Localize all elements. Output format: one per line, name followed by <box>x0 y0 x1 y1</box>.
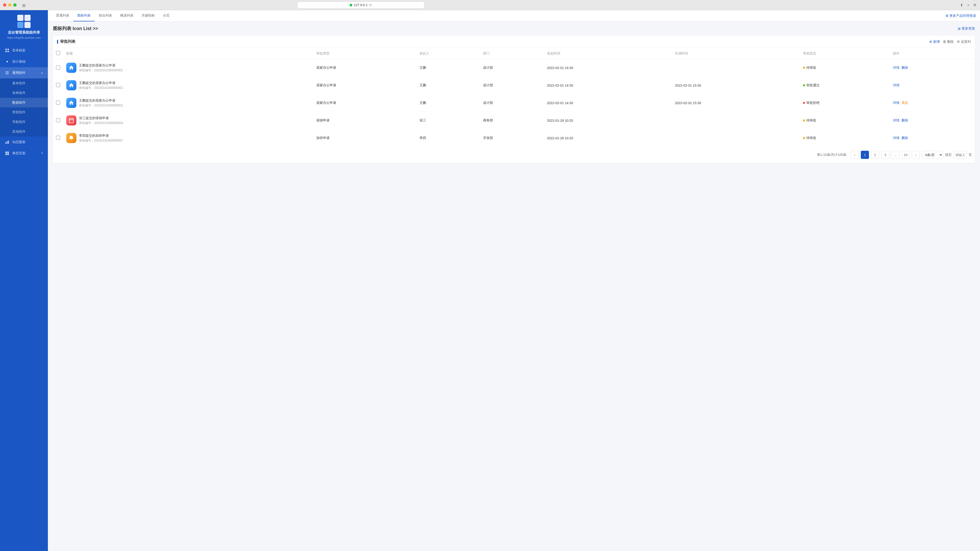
design-icon <box>5 59 10 64</box>
delete-button[interactable]: 🗑 删除 <box>943 40 954 44</box>
minimize-button[interactable] <box>8 3 11 6</box>
page-10-button[interactable]: 10 <box>902 151 910 159</box>
sidebar-item-form[interactable]: 表单组件 <box>0 88 48 98</box>
row-subtitle: 审批编号：20220101000000001 <box>79 68 123 73</box>
tab-page[interactable]: 分页 <box>159 10 174 21</box>
action-重提-link[interactable]: 重提 <box>902 100 908 105</box>
row-title-main: 王鹏提交的居家办公申请 <box>79 81 123 85</box>
page-size-select[interactable]: 6条/页 10条/页 20条/页 <box>922 151 943 159</box>
row-title-text: 张三提交的请假申请 审批编号：20220101000000004 <box>79 116 123 125</box>
row-start-time: 2022-02-01 14:30 <box>544 94 672 112</box>
tab-scroll[interactable]: 横滚列表 <box>116 10 137 21</box>
row-status: 待审批 <box>800 129 890 147</box>
tab-icon[interactable]: 图标列表 <box>73 10 95 21</box>
back-button[interactable]: ‹ <box>28 2 30 8</box>
page-1-button[interactable]: 1 <box>861 151 869 159</box>
action-删除-link[interactable]: 删除 <box>902 65 908 70</box>
sidebar-item-nav-comp[interactable]: 导航组件 <box>0 117 48 127</box>
tab-more-resources[interactable]: ⊞ 更多产品经理资源 <box>946 13 976 18</box>
row-checkbox-0[interactable] <box>56 65 60 70</box>
tab-combined[interactable]: 组合列表 <box>95 10 116 21</box>
row-end-time <box>672 59 800 77</box>
row-dept: 设计部 <box>480 77 544 94</box>
tabs-button[interactable]: ⧉ <box>973 3 977 7</box>
action-详情-link[interactable]: 详情 <box>893 83 899 87</box>
status-dot <box>803 67 805 69</box>
row-checkbox-1[interactable] <box>56 83 60 87</box>
row-actions: 详情重提 <box>890 94 975 112</box>
row-title-main: 王鹏提交的居家办公申请 <box>79 63 123 68</box>
share-button[interactable]: ⬆ <box>959 3 964 7</box>
chart-icon <box>5 140 10 144</box>
tab-kpi[interactable]: 关键指标 <box>137 10 159 21</box>
select-all-checkbox[interactable] <box>56 51 60 55</box>
sidebar-item-chart-label: 动态图表 <box>12 140 43 144</box>
tab-bar: 普通列表 图标列表 组合列表 横滚列表 关键指标 分页 ⊞ 更多产品经理资源 <box>48 10 980 21</box>
tab-normal[interactable]: 普通列表 <box>52 10 73 21</box>
login-icon <box>5 48 10 53</box>
sidebar-item-typical[interactable]: 典型页面 ▼ <box>0 148 48 159</box>
row-subtitle: 审批编号：20220101000000004 <box>79 121 123 125</box>
action-删除-link[interactable]: 删除 <box>902 118 908 123</box>
row-icon <box>66 80 76 91</box>
status-dot <box>803 84 805 86</box>
new-tab-button[interactable]: + <box>966 3 970 7</box>
row-end-time: 2022-02-01 15:30 <box>672 77 800 94</box>
prev-page-button[interactable]: ‹ <box>851 151 859 159</box>
logo-sq1 <box>18 15 24 21</box>
row-checkbox-2[interactable] <box>56 100 60 105</box>
svg-rect-1 <box>8 49 9 50</box>
page-title: 图标列表 Icon List >> <box>53 25 98 32</box>
row-end-time <box>672 129 800 147</box>
next-page-button[interactable]: › <box>912 151 920 159</box>
row-subtitle: 审批编号：20220101000000001 <box>79 103 123 108</box>
sidebar-item-modal[interactable]: 弹层组件 <box>0 108 48 117</box>
row-start-time: 2022-02-01 14:30 <box>544 59 672 77</box>
sub-nav-common: 基本组件 表单组件 数据组件 弹层组件 导航组件 其他组件 <box>0 78 48 137</box>
svg-rect-8 <box>5 151 7 153</box>
address-bar: 127.0.0.1 ⟳ <box>297 2 425 9</box>
settings-icon: ⚙ <box>957 40 960 44</box>
row-dept: 商务部 <box>480 112 544 129</box>
sidebar-item-chart[interactable]: 动态图表 <box>0 137 48 148</box>
delete-label: 删除 <box>947 40 954 44</box>
row-checkbox-3[interactable] <box>56 118 60 122</box>
sidebar-item-login-label: 登录框架 <box>12 48 43 53</box>
row-start-time: 2022-01-28 10:20 <box>544 129 672 147</box>
row-title-main: 张三提交的请假申请 <box>79 116 123 121</box>
action-详情-link[interactable]: 详情 <box>893 136 899 140</box>
page-jump-input[interactable] <box>953 151 967 159</box>
pagination: 第1-10条/共计100条 ‹ 1 2 3 ... 10 › 6条/页 10条/… <box>53 147 975 163</box>
col-end-time: 完成时间 <box>672 48 800 59</box>
logo-title: 后台管理系统组件库 <box>8 30 40 35</box>
refresh-icon[interactable]: ⟳ <box>369 3 372 7</box>
maximize-button[interactable] <box>13 3 17 6</box>
row-dept: 设计部 <box>480 59 544 77</box>
logo-icon <box>18 15 30 28</box>
row-title-text: 王鹏提交的居家办公申请 审批编号：20220101000000001 <box>79 98 123 108</box>
row-checkbox-4[interactable] <box>56 136 60 140</box>
sidebar-item-common[interactable]: 通用组件 ▲ <box>0 67 48 78</box>
action-详情-link[interactable]: 详情 <box>893 118 899 123</box>
action-详情-link[interactable]: 详情 <box>893 100 899 105</box>
row-actions: 详情删除 <box>890 129 975 147</box>
close-button[interactable] <box>3 3 6 6</box>
jump-label: 跳至 <box>945 152 952 157</box>
page-2-button[interactable]: 2 <box>871 151 879 159</box>
row-type: 加班申请 <box>313 129 417 147</box>
sidebar-item-basic[interactable]: 基本组件 <box>0 78 48 88</box>
sidebar-item-typical-label: 典型页面 <box>12 151 41 156</box>
svg-rect-5 <box>5 142 6 144</box>
action-详情-link[interactable]: 详情 <box>893 65 899 70</box>
action-删除-link[interactable]: 删除 <box>902 136 908 140</box>
sidebar-item-login[interactable]: 登录框架 <box>0 45 48 56</box>
sidebar-item-other[interactable]: 其他组件 <box>0 127 48 137</box>
more-resources-link[interactable]: ⊞ 更多资源 <box>958 26 975 31</box>
settings-columns-button[interactable]: ⚙ 设置列 <box>957 40 971 44</box>
sidebar-item-data[interactable]: 数据组件 <box>0 98 48 108</box>
sidebar-toggle-icon[interactable]: ⊞ <box>22 3 26 7</box>
traffic-lights <box>3 3 17 6</box>
sidebar-item-design[interactable]: 设计基础 <box>0 56 48 67</box>
add-button[interactable]: ⊕ 新增 <box>929 40 940 44</box>
page-3-button[interactable]: 3 <box>881 151 889 159</box>
